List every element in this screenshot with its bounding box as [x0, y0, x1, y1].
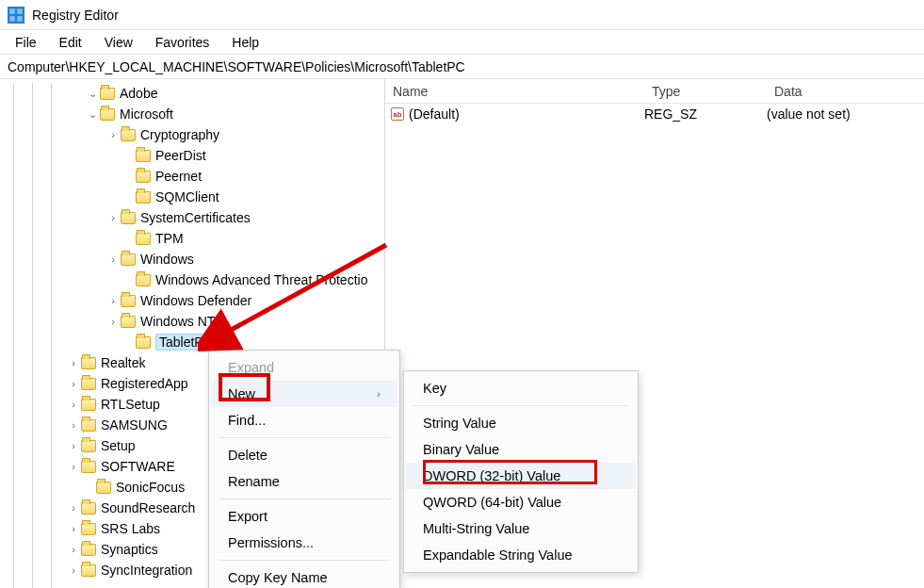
expander-icon[interactable]: ›	[66, 440, 81, 451]
value-name: (Default)	[409, 106, 460, 122]
expander-icon[interactable]: ›	[66, 378, 81, 389]
expander-icon[interactable]: ›	[105, 212, 121, 223]
tree-item-label: Microsoft	[120, 106, 173, 122]
menu-item-binary-value[interactable]: Binary Value	[406, 436, 636, 463]
tree-item-label: SQMClient	[155, 189, 219, 204]
folder-icon	[81, 544, 96, 556]
folder-icon	[81, 419, 96, 432]
expander-icon[interactable]: ›	[66, 461, 81, 472]
menu-item-multi-string-value[interactable]: Multi-String Value	[406, 515, 636, 542]
window-title: Registry Editor	[32, 8, 119, 23]
menu-item-delete[interactable]: Delete	[211, 442, 397, 468]
regedit-icon	[8, 7, 24, 24]
column-type[interactable]: Type	[644, 84, 767, 99]
folder-icon	[81, 378, 96, 390]
tree-item-microsoft[interactable]: ⌄Microsoft	[0, 104, 384, 124]
folder-icon	[136, 171, 151, 183]
tree-item-peernet[interactable]: Peernet	[0, 166, 384, 187]
folder-icon	[96, 482, 111, 494]
expander-icon[interactable]: ›	[66, 523, 81, 534]
tree-item-windows-nt[interactable]: ›Windows NT	[0, 311, 384, 332]
menu-item-label: Copy Key Name	[228, 570, 328, 585]
svg-rect-1	[9, 8, 15, 14]
expander-icon[interactable]: ›	[105, 316, 121, 327]
expander-icon[interactable]: ›	[66, 419, 81, 431]
folder-icon	[136, 191, 151, 204]
folder-icon	[136, 150, 151, 162]
tree-item-windows-advanced-threat-protectio[interactable]: Windows Advanced Threat Protectio	[0, 270, 384, 290]
tree-item-label: RegisteredApp	[101, 376, 188, 391]
tree-item-label: SOFTWARE	[101, 459, 175, 474]
menu-item-permissions-[interactable]: Permissions...	[211, 530, 397, 556]
expander-icon[interactable]: ›	[66, 399, 81, 410]
menu-item-key[interactable]: Key	[406, 375, 636, 401]
menu-item-label: Binary Value	[423, 442, 499, 457]
menu-separator	[219, 498, 390, 499]
menu-view[interactable]: View	[95, 33, 142, 52]
value-data: (value not set)	[767, 106, 924, 122]
menu-item-find-[interactable]: Find...	[211, 407, 397, 433]
menu-item-label: Expandable String Value	[423, 547, 573, 563]
expander-icon[interactable]: ›	[66, 357, 81, 368]
expander-icon[interactable]: ›	[105, 129, 121, 140]
folder-icon	[81, 502, 96, 514]
menu-item-label: Multi-String Value	[423, 521, 529, 536]
expander-icon[interactable]: ⌄	[85, 88, 100, 100]
tree-item-label: Windows	[140, 252, 194, 267]
folder-icon	[81, 461, 96, 473]
expander-icon[interactable]: ›	[105, 295, 121, 306]
value-row[interactable]: ab(Default)REG_SZ(value not set)	[385, 104, 924, 124]
folder-icon	[100, 108, 115, 121]
menu-item-expand: Expand	[211, 354, 397, 381]
tree-item-label: SoundResearch	[101, 500, 195, 515]
tree-item-windows[interactable]: ›Windows	[0, 249, 384, 270]
menu-item-copy-key-name[interactable]: Copy Key Name	[211, 564, 397, 588]
tree-item-label: Synaptics	[101, 542, 158, 557]
folder-icon	[136, 274, 151, 286]
menu-item-rename[interactable]: Rename	[211, 468, 397, 495]
tree-item-windows-defender[interactable]: ›Windows Defender	[0, 290, 384, 311]
tree-item-label: Setup	[101, 438, 136, 453]
column-data[interactable]: Data	[767, 84, 924, 99]
value-type: REG_SZ	[644, 106, 767, 122]
svg-rect-2	[17, 8, 23, 14]
tree-item-tpm[interactable]: TPM	[0, 228, 384, 249]
folder-icon	[121, 253, 136, 266]
menu-edit[interactable]: Edit	[50, 33, 91, 52]
tree-item-cryptography[interactable]: ›Cryptography	[0, 124, 384, 145]
tree-item-adobe[interactable]: ⌄Adobe	[0, 83, 384, 104]
svg-rect-4	[17, 16, 23, 22]
expander-icon[interactable]: ›	[66, 544, 81, 555]
tree-item-label: Windows Advanced Threat Protectio	[155, 272, 367, 287]
menu-item-expandable-string-value[interactable]: Expandable String Value	[406, 542, 636, 568]
address-bar[interactable]: Computer\HKEY_LOCAL_MACHINE\SOFTWARE\Pol…	[0, 55, 924, 79]
expander-icon[interactable]: ›	[66, 564, 81, 576]
expander-icon[interactable]: ›	[105, 253, 121, 265]
menu-item-label: Key	[423, 381, 446, 396]
column-name[interactable]: Name	[385, 84, 644, 99]
tree-item-systemcertificates[interactable]: ›SystemCertificates	[0, 207, 384, 228]
tree-item-label: SyncIntegration	[101, 563, 192, 578]
folder-icon	[81, 440, 96, 452]
menu-item-string-value[interactable]: String Value	[406, 410, 636, 436]
menu-item-qword-64-bit-value[interactable]: QWORD (64-bit) Value	[406, 489, 636, 515]
menu-favorites[interactable]: Favorites	[146, 33, 219, 52]
folder-icon	[81, 523, 96, 535]
menu-item-label: QWORD (64-bit) Value	[423, 495, 561, 510]
expander-icon[interactable]: ›	[66, 502, 81, 514]
expander-icon[interactable]: ⌄	[85, 108, 100, 121]
menu-item-export[interactable]: Export	[211, 503, 397, 530]
tree-item-label: SAMSUNG	[101, 417, 168, 433]
tree-item-label: RTLSetup	[101, 397, 160, 412]
tree-item-sqmclient[interactable]: SQMClient	[0, 187, 384, 207]
menu-item-label: Find...	[228, 413, 266, 428]
menu-help[interactable]: Help	[222, 33, 268, 52]
tree-item-peerdist[interactable]: PeerDist	[0, 145, 384, 166]
list-header[interactable]: Name Type Data	[385, 79, 924, 104]
menu-item-new[interactable]: New›	[211, 381, 397, 407]
menu-separator	[219, 437, 390, 438]
submenu-arrow-icon: ›	[377, 388, 381, 400]
folder-icon	[81, 357, 96, 369]
menu-file[interactable]: File	[6, 33, 46, 52]
menu-item-dword-32-bit-value[interactable]: DWORD (32-bit) Value	[406, 463, 636, 489]
